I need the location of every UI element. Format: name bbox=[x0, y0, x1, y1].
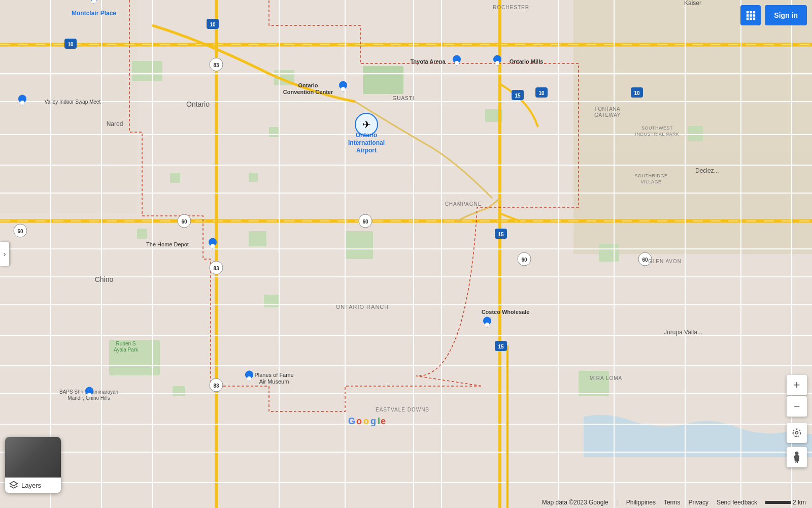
svg-text:60: 60 bbox=[362, 219, 368, 225]
svg-text:60: 60 bbox=[521, 257, 527, 263]
svg-text:Montclair Place: Montclair Place bbox=[72, 10, 116, 17]
zoom-out-button[interactable]: − bbox=[787, 396, 807, 417]
svg-point-131 bbox=[495, 61, 499, 65]
svg-rect-9 bbox=[170, 173, 180, 183]
svg-text:15: 15 bbox=[515, 93, 521, 99]
svg-rect-6 bbox=[363, 66, 403, 94]
svg-text:Planes of Fame: Planes of Fame bbox=[254, 372, 293, 378]
svg-rect-143 bbox=[750, 18, 752, 20]
svg-text:60: 60 bbox=[181, 219, 187, 225]
svg-text:10: 10 bbox=[538, 90, 545, 96]
svg-text:G: G bbox=[348, 416, 355, 426]
svg-text:✈: ✈ bbox=[362, 119, 371, 130]
svg-text:e: e bbox=[381, 416, 386, 426]
map-data-label: Map data ©2023 Google bbox=[542, 499, 608, 506]
svg-text:Air Museum: Air Museum bbox=[259, 378, 289, 385]
svg-text:10: 10 bbox=[634, 90, 640, 96]
zoom-controls: + − bbox=[787, 375, 807, 417]
privacy-link[interactable]: Privacy bbox=[689, 499, 708, 506]
svg-text:FONTANA: FONTANA bbox=[595, 106, 621, 112]
svg-text:INDUSTRIAL PARK: INDUSTRIAL PARK bbox=[635, 132, 679, 137]
svg-text:g: g bbox=[370, 416, 376, 426]
svg-rect-142 bbox=[747, 18, 749, 20]
svg-point-146 bbox=[793, 429, 801, 437]
sidebar-toggle-button[interactable]: › bbox=[0, 242, 9, 266]
layers-label: Layers bbox=[21, 482, 41, 489]
svg-text:Ontario: Ontario bbox=[186, 100, 210, 108]
send-feedback-link[interactable]: Send feedback bbox=[717, 499, 757, 506]
google-apps-button[interactable] bbox=[740, 5, 761, 25]
layers-thumbnail bbox=[5, 437, 61, 478]
svg-text:The Home Depot: The Home Depot bbox=[146, 241, 189, 247]
top-right-controls: Sign in bbox=[740, 5, 807, 25]
svg-text:Narod: Narod bbox=[107, 120, 123, 128]
svg-text:MIRA LOMA: MIRA LOMA bbox=[590, 375, 623, 381]
svg-text:l: l bbox=[378, 416, 380, 426]
svg-rect-19 bbox=[599, 244, 619, 262]
svg-text:o: o bbox=[356, 416, 362, 426]
svg-text:ONTARIO RANCH: ONTARIO RANCH bbox=[336, 304, 389, 310]
svg-rect-18 bbox=[579, 371, 609, 396]
svg-rect-138 bbox=[753, 11, 756, 14]
layers-control[interactable]: Layers bbox=[5, 437, 61, 493]
svg-rect-141 bbox=[753, 14, 756, 17]
svg-text:Chino: Chino bbox=[95, 275, 114, 283]
svg-text:Ruben S: Ruben S bbox=[116, 341, 136, 346]
svg-text:EASTVALE DOWNS: EASTVALE DOWNS bbox=[376, 407, 429, 412]
svg-rect-8 bbox=[345, 231, 373, 259]
chevron-right-icon: › bbox=[4, 250, 6, 258]
svg-text:SOUTHWEST: SOUTHWEST bbox=[641, 125, 673, 131]
map-container[interactable]: 10 10 10 10 83 83 83 15 15 15 60 60 60 6… bbox=[0, 0, 812, 508]
svg-text:83: 83 bbox=[213, 266, 219, 271]
svg-point-134 bbox=[247, 376, 251, 380]
svg-text:Airport: Airport bbox=[356, 147, 377, 154]
svg-text:Ontario Mills: Ontario Mills bbox=[510, 58, 544, 65]
svg-text:Convention Center: Convention Center bbox=[283, 89, 333, 95]
svg-marker-148 bbox=[10, 482, 18, 486]
svg-text:60: 60 bbox=[17, 229, 23, 234]
svg-point-147 bbox=[795, 452, 799, 455]
zoom-in-button[interactable]: + bbox=[787, 375, 807, 395]
svg-text:15: 15 bbox=[498, 344, 504, 350]
svg-text:Ontario: Ontario bbox=[298, 82, 318, 88]
map-svg: 10 10 10 10 83 83 83 15 15 15 60 60 60 6… bbox=[0, 0, 812, 508]
svg-point-130 bbox=[455, 61, 459, 65]
layers-label-row: Layers bbox=[5, 478, 61, 493]
svg-text:Toyota Arena: Toyota Arena bbox=[410, 58, 446, 65]
svg-text:83: 83 bbox=[213, 62, 219, 68]
pegman-button[interactable] bbox=[787, 447, 807, 467]
svg-rect-17 bbox=[269, 127, 279, 137]
svg-text:Costco Wholesale: Costco Wholesale bbox=[482, 309, 530, 315]
svg-rect-3 bbox=[0, 0, 137, 213]
svg-text:GUASTI: GUASTI bbox=[392, 96, 414, 101]
sign-in-button[interactable]: Sign in bbox=[765, 5, 807, 25]
scale-label: 2 km bbox=[793, 499, 806, 506]
layers-icon bbox=[9, 481, 18, 490]
svg-rect-13 bbox=[173, 386, 185, 396]
svg-rect-136 bbox=[747, 11, 749, 14]
svg-text:83: 83 bbox=[213, 383, 219, 389]
terms-link[interactable]: Terms bbox=[664, 499, 681, 506]
svg-text:Valley Indoor Swap Meet: Valley Indoor Swap Meet bbox=[45, 99, 101, 105]
svg-rect-140 bbox=[750, 14, 752, 17]
svg-text:VILLAGE: VILLAGE bbox=[640, 179, 661, 184]
layers-thumbnail-image bbox=[5, 437, 61, 478]
svg-text:Declez...: Declez... bbox=[695, 167, 719, 174]
svg-text:ROCHESTER: ROCHESTER bbox=[493, 5, 529, 10]
bottom-bar: Map data ©2023 Google | Philippines Term… bbox=[536, 497, 812, 508]
bottom-separator-1: | bbox=[617, 499, 618, 506]
locate-me-button[interactable] bbox=[787, 423, 807, 443]
svg-rect-11 bbox=[264, 295, 279, 307]
svg-text:10: 10 bbox=[67, 42, 74, 47]
svg-text:Ontario: Ontario bbox=[356, 132, 378, 139]
svg-text:60: 60 bbox=[642, 257, 648, 263]
svg-point-145 bbox=[796, 432, 798, 434]
svg-text:o: o bbox=[363, 416, 369, 426]
svg-text:GATEWAY: GATEWAY bbox=[594, 112, 621, 118]
svg-rect-144 bbox=[753, 18, 756, 20]
philippines-link[interactable]: Philippines bbox=[626, 499, 656, 506]
svg-text:International: International bbox=[348, 139, 385, 146]
scale-bar: 2 km bbox=[765, 499, 806, 506]
svg-text:CHAMPAGNE: CHAMPAGNE bbox=[445, 201, 482, 207]
svg-point-132 bbox=[211, 244, 215, 248]
